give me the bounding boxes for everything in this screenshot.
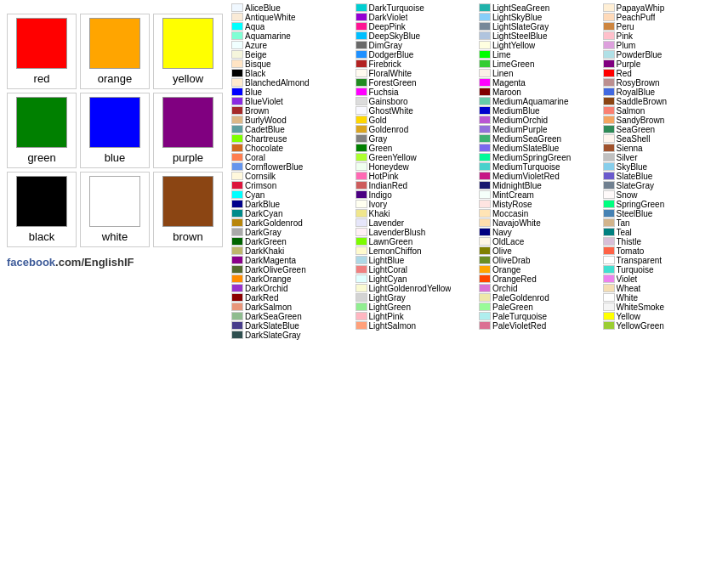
color-swatch — [89, 18, 140, 69]
color-row: Brown — [231, 106, 355, 115]
color-name: DarkSlateBlue — [245, 321, 299, 331]
color-name: RosyBrown — [617, 78, 660, 88]
color-dot — [231, 97, 243, 105]
color-row: Tomato — [603, 246, 727, 255]
color-name: Pink — [617, 31, 633, 41]
color-name: PapayaWhip — [617, 3, 665, 13]
color-dot — [479, 303, 491, 311]
color-row: Aquamarine — [231, 31, 355, 40]
color-row: MediumAquamarine — [479, 97, 603, 105]
color-name: PaleTurquoise — [492, 312, 547, 321]
color-row: Red — [603, 69, 727, 77]
color-name: OliveDrab — [492, 256, 530, 265]
color-row: LightSalmon — [355, 321, 480, 330]
color-row: MediumSpringGreen — [479, 153, 603, 161]
color-dot — [603, 3, 615, 12]
color-dot — [603, 181, 615, 190]
color-name: DarkOliveGreen — [245, 265, 306, 274]
color-row: Linen — [479, 69, 603, 77]
color-dot — [603, 246, 615, 255]
color-row: RoyalBlue — [603, 88, 727, 96]
color-dot — [603, 97, 615, 105]
color-name: Snow — [617, 190, 638, 200]
color-dot — [603, 209, 615, 218]
color-dot — [603, 13, 615, 21]
color-name: Red — [617, 69, 632, 78]
color-swatch — [89, 97, 140, 148]
color-dot — [479, 228, 491, 236]
color-column-1: DarkTurquoiseDarkVioletDeepPinkDeepSkyBl… — [355, 3, 480, 340]
color-dot — [231, 331, 243, 339]
color-name: Navy — [492, 228, 512, 237]
color-swatch — [16, 176, 67, 227]
color-dot — [355, 209, 367, 218]
color-row: MediumSlateBlue — [479, 144, 603, 152]
color-name: Magenta — [492, 78, 526, 88]
color-dot — [479, 41, 491, 49]
color-dot — [603, 88, 615, 96]
color-name: LightGoldenrodYellow — [369, 284, 452, 293]
color-name: LightGreen — [369, 303, 411, 312]
color-dot — [603, 69, 615, 77]
color-name: MediumOrchid — [492, 116, 548, 125]
color-row: Fuchsia — [355, 88, 480, 96]
color-row: Sienna — [603, 144, 727, 152]
color-row: LightCoral — [355, 265, 480, 274]
color-name: MidnightBlue — [492, 181, 542, 190]
color-dot — [479, 50, 491, 59]
color-dot — [479, 162, 491, 171]
color-name: PaleGreen — [492, 303, 533, 312]
color-name: DarkGray — [245, 228, 282, 237]
color-name: MediumTurquoise — [492, 162, 560, 172]
color-name: Orchid — [492, 284, 517, 293]
color-row: Transparent — [603, 256, 727, 264]
color-dot — [603, 303, 615, 311]
color-row: SeaGreen — [603, 125, 727, 133]
color-row: Lime — [479, 50, 603, 59]
color-dot — [355, 293, 367, 302]
color-name: YellowGreen — [617, 321, 664, 331]
color-name: BlueViolet — [245, 97, 283, 106]
color-row: PeachPuff — [603, 13, 727, 21]
color-name: Transparent — [617, 256, 663, 265]
color-row: MediumPurple — [479, 125, 603, 133]
color-dot — [355, 22, 367, 31]
color-name: DarkKhaki — [245, 246, 284, 256]
color-dot — [355, 246, 367, 255]
color-dot — [231, 190, 243, 199]
color-dot — [603, 106, 615, 115]
color-row: LightGreen — [355, 303, 480, 311]
color-dot — [231, 144, 243, 152]
color-dot — [355, 284, 367, 292]
color-row: DarkRed — [231, 293, 355, 302]
color-dot — [479, 312, 491, 320]
color-name: MediumSlateBlue — [492, 144, 559, 153]
facebook-link[interactable]: facebook.com/EnglishIF — [7, 256, 223, 269]
color-dot — [603, 237, 615, 246]
color-name: Turquoise — [617, 265, 654, 274]
color-row: Honeydew — [355, 162, 480, 171]
color-name: Lavender — [369, 218, 405, 228]
color-row: Pink — [603, 31, 727, 40]
color-name: Firebrick — [369, 59, 401, 69]
color-dot — [231, 321, 243, 330]
color-row: MidnightBlue — [479, 181, 603, 190]
color-dot — [603, 274, 615, 283]
color-row: DimGray — [355, 41, 480, 49]
color-dot — [231, 162, 243, 171]
color-name: Gold — [369, 116, 387, 125]
color-row: Black — [231, 69, 355, 77]
color-name: CornflowerBlue — [245, 162, 303, 172]
color-row: PapayaWhip — [603, 3, 727, 12]
color-dot — [603, 134, 615, 143]
color-name: Olive — [492, 246, 512, 256]
color-name: SlateGray — [617, 181, 654, 190]
color-name: LightBlue — [369, 256, 405, 265]
color-dot — [479, 200, 491, 208]
color-row: Wheat — [603, 284, 727, 292]
color-name: GreenYellow — [369, 153, 417, 162]
color-name: DarkGreen — [245, 237, 287, 246]
color-name: Lime — [492, 50, 511, 59]
color-dot — [479, 274, 491, 283]
color-dot — [603, 125, 615, 133]
